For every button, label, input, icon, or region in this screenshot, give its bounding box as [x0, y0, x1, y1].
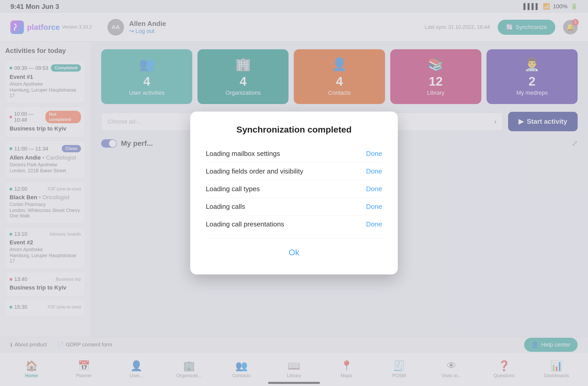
modal-row-status: Done	[366, 220, 382, 228]
modal-row-label: Loading call types	[206, 185, 260, 193]
modal-rows: Loading mailbox settings Done Loading fi…	[206, 145, 382, 233]
modal-row-status: Done	[366, 185, 382, 193]
modal-row: Loading call types Done	[206, 180, 382, 198]
modal-row-label: Loading call presentations	[206, 220, 284, 228]
modal-row: Loading calls Done	[206, 198, 382, 216]
modal-row-label: Loading mailbox settings	[206, 150, 280, 158]
modal-row-status: Done	[366, 203, 382, 211]
modal-overlay[interactable]: Synchronization completed Loading mailbo…	[0, 0, 588, 386]
modal-row: Loading mailbox settings Done	[206, 145, 382, 163]
modal-ok-button[interactable]: Ok	[206, 244, 382, 261]
modal-row-status: Done	[366, 150, 382, 158]
modal-row: Loading fields order and visibility Done	[206, 163, 382, 180]
modal-title: Synchronization completed	[206, 125, 382, 135]
sync-complete-modal: Synchronization completed Loading mailbo…	[190, 112, 398, 274]
modal-row-status: Done	[366, 167, 382, 175]
modal-row: Loading call presentations Done	[206, 216, 382, 233]
modal-row-label: Loading calls	[206, 203, 245, 211]
modal-row-label: Loading fields order and visibility	[206, 167, 303, 175]
modal-divider	[206, 238, 382, 238]
